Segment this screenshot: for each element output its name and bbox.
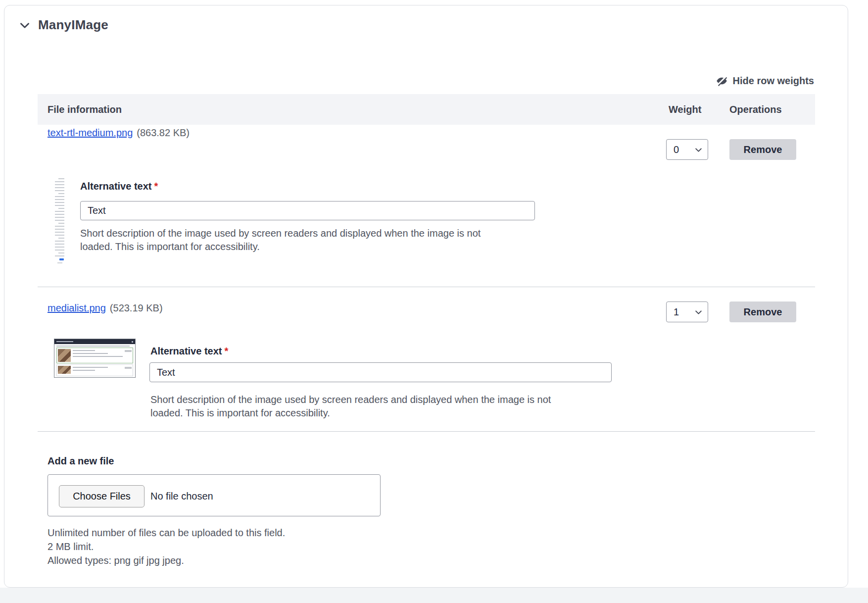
upload-help-line: Unlimited number of files can be uploade… xyxy=(48,526,285,540)
file-chosen-status: No file chosen xyxy=(150,485,213,507)
required-marker: * xyxy=(225,346,229,356)
weight-select-value: 1 xyxy=(674,306,679,318)
thumbnail-detail xyxy=(56,377,133,378)
manyimage-details-card: ManyIMage Hide row weights File informat… xyxy=(4,5,848,588)
file-row-1-title: text-rtl-medium.png(863.82 KB) xyxy=(48,127,190,139)
eye-slash-icon xyxy=(716,75,728,87)
page-background-strip xyxy=(0,588,868,603)
file-size: (863.82 KB) xyxy=(137,127,190,138)
hide-row-weights-link[interactable]: Hide row weights xyxy=(716,75,814,87)
hide-row-weights-label: Hide row weights xyxy=(733,75,814,87)
upload-help-line: 2 MB limit. xyxy=(48,540,285,553)
table-header-row: File information Weight Operations xyxy=(38,94,815,125)
section-title: ManyIMage xyxy=(38,17,108,33)
alternative-text-help: Short description of the image used by s… xyxy=(80,227,482,253)
weight-select-value: 0 xyxy=(674,144,679,155)
details-summary[interactable]: ManyIMage xyxy=(18,17,108,33)
thumbnail-detail xyxy=(54,339,135,344)
add-new-file-heading: Add a new file xyxy=(48,455,114,467)
alternative-text-label: Alternative text* xyxy=(80,181,158,192)
file-link[interactable]: medialist.png xyxy=(48,302,106,313)
upload-help-line: Allowed types: png gif jpg jpeg. xyxy=(48,553,285,567)
column-header-operations: Operations xyxy=(729,94,782,125)
thumbnail-detail xyxy=(56,364,133,376)
choose-files-button[interactable]: Choose Files xyxy=(59,485,145,507)
row-divider xyxy=(38,431,815,432)
weight-select[interactable]: 0 xyxy=(666,139,708,160)
file-thumbnail-text-rtl-medium xyxy=(53,177,66,265)
alternative-text-input[interactable] xyxy=(149,362,612,382)
thumbnail-detail xyxy=(56,348,133,363)
row-divider xyxy=(38,287,815,287)
thumbnail-detail xyxy=(56,346,130,347)
alternative-text-input[interactable] xyxy=(80,201,535,220)
chevron-down-icon xyxy=(18,19,31,32)
alternative-text-help: Short description of the image used by s… xyxy=(150,393,552,420)
required-marker: * xyxy=(154,181,158,192)
page: ManyIMage Hide row weights File informat… xyxy=(0,0,868,603)
thumbnail-detail xyxy=(55,178,58,257)
weight-select[interactable]: 1 xyxy=(666,302,708,322)
alternative-text-label-text: Alternative text xyxy=(80,181,152,192)
chevron-down-icon xyxy=(694,308,703,316)
remove-button[interactable]: Remove xyxy=(729,139,796,160)
column-header-weight: Weight xyxy=(669,94,701,125)
chevron-down-icon xyxy=(694,146,703,154)
upload-help-text: Unlimited number of files can be uploade… xyxy=(48,526,285,567)
file-upload-field[interactable]: Choose Files No file chosen xyxy=(48,474,381,516)
file-thumbnail-medialist xyxy=(54,339,136,378)
file-link[interactable]: text-rtl-medium.png xyxy=(48,127,133,138)
alternative-text-label-text: Alternative text xyxy=(150,346,222,356)
file-row-2-title: medialist.png(523.19 KB) xyxy=(48,302,163,314)
remove-button[interactable]: Remove xyxy=(729,302,796,322)
alternative-text-label: Alternative text* xyxy=(150,346,228,357)
column-header-file-information: File information xyxy=(48,94,122,125)
thumbnail-detail xyxy=(57,262,62,263)
file-size: (523.19 KB) xyxy=(110,302,163,313)
thumbnail-detail xyxy=(59,258,64,260)
